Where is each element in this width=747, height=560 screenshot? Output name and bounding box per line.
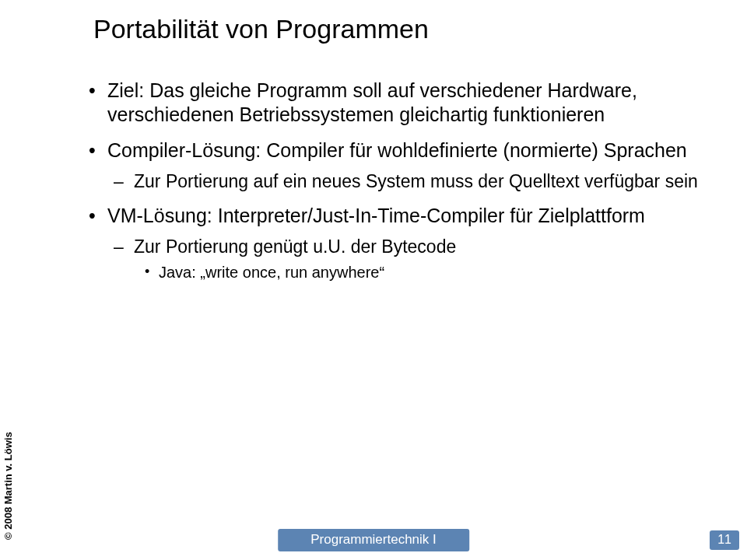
subbullet-text: Zur Portierung genügt u.U. der Bytecode (134, 236, 456, 257)
subsubbullet-item: Java: „write once, run anywhere“ (143, 263, 716, 282)
copyright: © 2008 Martin v. Löwis (2, 432, 14, 540)
subbullet-item: Zur Portierung genügt u.U. der Bytecode … (114, 236, 716, 282)
slide-content: Ziel: Das gleiche Programm soll auf vers… (86, 79, 716, 282)
bullet-item: Ziel: Das gleiche Programm soll auf vers… (86, 79, 716, 128)
subbullet-list: Zur Portierung auf ein neues System muss… (107, 170, 716, 193)
bullet-item: VM-Lösung: Interpreter/Just-In-Time-Comp… (86, 204, 716, 282)
bullet-text: VM-Lösung: Interpreter/Just-In-Time-Comp… (107, 205, 645, 226)
slide: Portabilität von Programmen Ziel: Das gl… (0, 0, 747, 560)
footer-title: Programmiertechnik I (278, 529, 469, 551)
subbullet-item: Zur Portierung auf ein neues System muss… (114, 170, 716, 193)
bullet-text: Compiler-Lösung: Compiler für wohldefini… (107, 139, 687, 161)
slide-title: Portabilität von Programmen (93, 14, 716, 44)
page-number: 11 (710, 530, 739, 550)
bullet-list: Ziel: Das gleiche Programm soll auf vers… (86, 79, 716, 282)
subbullet-list: Zur Portierung genügt u.U. der Bytecode … (107, 236, 716, 282)
footer: Programmiertechnik I 11 (0, 529, 747, 552)
bullet-item: Compiler-Lösung: Compiler für wohldefini… (86, 138, 716, 193)
subsubbullet-list: Java: „write once, run anywhere“ (134, 263, 716, 282)
